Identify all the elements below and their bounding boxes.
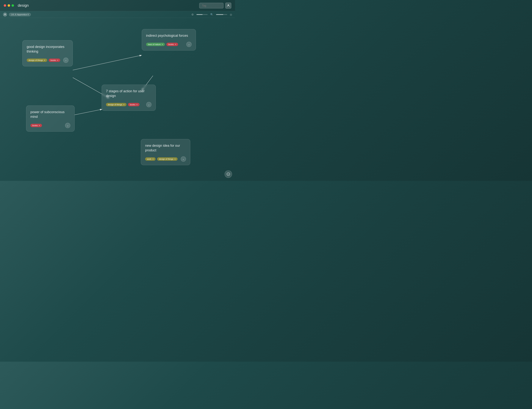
tag-label: work [147, 158, 151, 160]
user-avatar-button[interactable] [225, 3, 231, 9]
tag-books-3[interactable]: books ✕ [128, 103, 140, 106]
card-indirect[interactable]: indirect psychological forces laws of na… [142, 29, 196, 51]
svg-line-5 [75, 109, 102, 115]
user-icon-small[interactable] [3, 12, 7, 17]
remove-tag-design-of-things-1[interactable]: ✕ [44, 59, 45, 61]
tag-label: books [32, 124, 38, 127]
tag-label: books [168, 43, 174, 46]
expand-card-good-design[interactable]: ⌄ [63, 58, 68, 63]
titlebar: design [0, 0, 235, 11]
svg-point-9 [228, 174, 228, 174]
remove-tag-work[interactable]: ✕ [152, 158, 154, 160]
card-7stages-footer: design of things ✕ books ✕ ⌄ [106, 102, 152, 107]
remove-tag-books-4[interactable]: ✕ [39, 125, 40, 127]
map-pin-icon[interactable]: ◎ [230, 13, 232, 16]
tag-books-2[interactable]: books ✕ [166, 43, 178, 46]
canvas: good design incorporates thinking design… [0, 18, 235, 181]
tag-label: books [130, 103, 135, 106]
chat-button[interactable] [225, 170, 232, 178]
card-subconscious-footer: books ✕ ⌄ [30, 123, 70, 128]
chat-icon [227, 172, 230, 176]
expand-card-subconscious[interactable]: ⌄ [65, 123, 70, 128]
gear-icon[interactable]: ⚙ [191, 13, 194, 16]
tag-laws-of-nature[interactable]: laws of nature ✕ [146, 43, 165, 46]
tag-input[interactable] [199, 3, 223, 8]
remove-tag-books-2[interactable]: ✕ [175, 43, 176, 46]
tag-design-of-things-2[interactable]: design of things ✕ [106, 103, 126, 106]
svg-point-8 [228, 174, 228, 174]
remove-tag-laws-of-nature[interactable]: ✕ [162, 43, 163, 46]
expand-card-7stages[interactable]: ⌄ [146, 102, 152, 107]
minimize-button[interactable] [8, 4, 10, 7]
svg-point-0 [228, 4, 229, 6]
expand-card-indirect[interactable]: ⌄ [186, 42, 191, 47]
tag-work[interactable]: work ✕ [145, 157, 156, 161]
card-good-design[interactable]: good design incorporates thinking design… [22, 40, 73, 66]
remove-tag-design-of-things-3[interactable]: ✕ [174, 158, 176, 160]
remove-tag-design-of-things-2[interactable]: ✕ [123, 104, 125, 106]
card-good-design-title: good design incorporates thinking [27, 45, 68, 54]
tag-label: design of things [159, 158, 173, 160]
toolbar: LVL 6: Apprentice II ⚙ 🔍 ◎ [0, 11, 235, 18]
card-good-design-footer: design of things ✕ books ✕ ⌄ [27, 58, 68, 63]
tag-label: design of things [108, 103, 122, 106]
user-icon [227, 4, 230, 7]
tag-design-of-things-3[interactable]: design of things ✕ [157, 157, 178, 161]
user-avatar-icon [4, 13, 6, 16]
titlebar-right [199, 3, 231, 9]
tag-label: design of things [28, 59, 43, 61]
level-badge[interactable]: LVL 6: Apprentice II [9, 13, 31, 16]
remove-tag-books-1[interactable]: ✕ [57, 59, 58, 61]
expand-card-new-design[interactable]: ⌄ [181, 156, 186, 162]
search-icon[interactable]: 🔍 [210, 13, 213, 16]
toolbar-right: ⚙ 🔍 ◎ [191, 13, 232, 16]
app-title: design [18, 3, 29, 8]
card-7stages[interactable]: 7 stages of action for user design desig… [102, 85, 156, 111]
card-indirect-footer: laws of nature ✕ books ✕ ⌄ [146, 42, 191, 47]
close-button[interactable] [4, 4, 6, 7]
progress-bar-2 [216, 14, 227, 15]
tag-design-of-things-1[interactable]: design of things ✕ [27, 58, 47, 62]
card-new-design[interactable]: new design idea for our product work ✕ d… [141, 139, 190, 165]
tag-label: books [51, 59, 56, 61]
card-indirect-title: indirect psychological forces [146, 33, 191, 38]
traffic-lights [4, 4, 14, 7]
card-subconscious[interactable]: power of subconscious mind books ✕ ⌄ [26, 105, 75, 132]
remove-tag-books-3[interactable]: ✕ [136, 104, 138, 106]
tag-label: laws of nature [148, 43, 161, 46]
progress-bar-1 [196, 14, 208, 15]
tag-books-4[interactable]: books ✕ [30, 124, 42, 127]
card-subconscious-title: power of subconscious mind [30, 110, 70, 119]
svg-point-10 [229, 174, 229, 174]
card-7stages-title: 7 stages of action for user design [106, 89, 152, 98]
card-new-design-title: new design idea for our product [145, 143, 186, 153]
svg-line-4 [73, 55, 142, 70]
tag-books-1[interactable]: books ✕ [49, 58, 60, 62]
maximize-button[interactable] [11, 4, 14, 7]
card-new-design-footer: work ✕ design of things ✕ ⌄ [145, 156, 186, 162]
